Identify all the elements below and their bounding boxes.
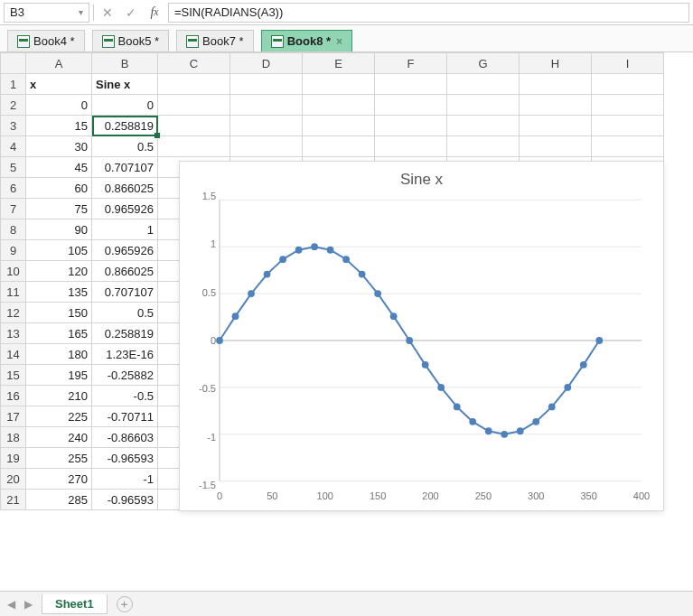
chart[interactable]: Sine x -1.5-1-0.500.511.5050100150200250…: [179, 161, 664, 511]
workbook-tab[interactable]: Book4 *: [7, 30, 85, 51]
cell[interactable]: -0.96593: [92, 448, 158, 469]
cell[interactable]: [158, 136, 230, 157]
row-header[interactable]: 5: [1, 157, 26, 178]
fx-icon[interactable]: fx: [145, 3, 164, 23]
workbook-tab[interactable]: Book8 * ×: [261, 30, 352, 51]
row-header[interactable]: 15: [1, 365, 26, 386]
cell[interactable]: 0.866025: [92, 178, 158, 199]
row-header[interactable]: 8: [1, 219, 26, 240]
cell[interactable]: 210: [26, 386, 92, 406]
column-header[interactable]: I: [592, 53, 664, 74]
cell[interactable]: -0.25882: [92, 365, 158, 386]
cell[interactable]: -0.86603: [92, 427, 158, 448]
cell[interactable]: [303, 116, 375, 136]
cell[interactable]: 255: [26, 448, 92, 469]
row-header[interactable]: 13: [1, 323, 26, 344]
cell[interactable]: [303, 136, 375, 157]
row-header[interactable]: 19: [1, 448, 26, 469]
cell[interactable]: [230, 136, 303, 157]
row-header[interactable]: 17: [1, 406, 26, 427]
column-header[interactable]: C: [158, 53, 230, 74]
cell[interactable]: 60: [26, 178, 92, 199]
cell[interactable]: [158, 116, 230, 136]
cell[interactable]: [592, 95, 664, 116]
row-header[interactable]: 3: [1, 116, 26, 136]
cell[interactable]: 0: [26, 95, 92, 116]
new-sheet-button[interactable]: ＋: [117, 596, 133, 612]
row-header[interactable]: 11: [1, 282, 26, 303]
cell[interactable]: [158, 95, 230, 116]
row-header[interactable]: 9: [1, 240, 26, 261]
row-header[interactable]: 18: [1, 427, 26, 448]
cell[interactable]: [375, 116, 447, 136]
close-icon[interactable]: ×: [336, 35, 342, 48]
cell[interactable]: 165: [26, 323, 92, 344]
cell[interactable]: 45: [26, 157, 92, 178]
cell[interactable]: [520, 74, 592, 95]
cell[interactable]: x: [26, 74, 92, 95]
row-header[interactable]: 7: [1, 199, 26, 219]
cell[interactable]: 0: [92, 95, 158, 116]
cell[interactable]: [447, 95, 520, 116]
sheet-nav-next-icon[interactable]: ▶: [24, 598, 33, 611]
column-header[interactable]: D: [230, 53, 303, 74]
cell[interactable]: [230, 116, 303, 136]
cell[interactable]: 225: [26, 406, 92, 427]
row-header[interactable]: 10: [1, 261, 26, 282]
row-header[interactable]: 21: [1, 490, 26, 510]
cell[interactable]: [375, 136, 447, 157]
cell[interactable]: [592, 74, 664, 95]
row-header[interactable]: 1: [1, 74, 26, 95]
formula-input[interactable]: =SIN(RADIANS(A3)): [168, 3, 689, 23]
row-header[interactable]: 4: [1, 136, 26, 157]
cell[interactable]: 0.5: [92, 136, 158, 157]
cell[interactable]: 75: [26, 199, 92, 219]
cell[interactable]: [520, 95, 592, 116]
cancel-icon[interactable]: ✕: [98, 3, 117, 23]
cell[interactable]: [158, 74, 230, 95]
cell[interactable]: 135: [26, 282, 92, 303]
cell[interactable]: 180: [26, 344, 92, 365]
cell[interactable]: 150: [26, 303, 92, 323]
cell[interactable]: [447, 116, 520, 136]
cell[interactable]: 240: [26, 427, 92, 448]
cell[interactable]: 0.965926: [92, 240, 158, 261]
cell[interactable]: 0.965926: [92, 199, 158, 219]
cell[interactable]: Sine x: [92, 74, 158, 95]
cell[interactable]: -0.5: [92, 386, 158, 406]
cell[interactable]: [230, 74, 303, 95]
cell[interactable]: 1.23E-16: [92, 344, 158, 365]
confirm-icon[interactable]: ✓: [121, 3, 141, 23]
cell[interactable]: 0.866025: [92, 261, 158, 282]
cell[interactable]: 285: [26, 490, 92, 510]
cell[interactable]: [230, 95, 303, 116]
cell[interactable]: 1: [92, 219, 158, 240]
cell[interactable]: [447, 74, 520, 95]
row-header[interactable]: 14: [1, 344, 26, 365]
cell[interactable]: 105: [26, 240, 92, 261]
cell[interactable]: -0.96593: [92, 490, 158, 510]
column-header[interactable]: B: [92, 53, 158, 74]
cell[interactable]: 0.707107: [92, 157, 158, 178]
cell[interactable]: 90: [26, 219, 92, 240]
column-header[interactable]: G: [447, 53, 520, 74]
cell[interactable]: 270: [26, 469, 92, 490]
column-header[interactable]: A: [26, 53, 92, 74]
cell[interactable]: [592, 136, 664, 157]
cell[interactable]: 0.258819: [92, 323, 158, 344]
row-header[interactable]: 20: [1, 469, 26, 490]
workbook-tab[interactable]: Book7 *: [176, 30, 254, 51]
cell[interactable]: [520, 136, 592, 157]
cell[interactable]: [592, 116, 664, 136]
cell[interactable]: 120: [26, 261, 92, 282]
cell[interactable]: [303, 74, 375, 95]
workbook-tab[interactable]: Book5 *: [92, 30, 170, 51]
sheet-tab[interactable]: Sheet1: [42, 594, 108, 614]
row-header[interactable]: 2: [1, 95, 26, 116]
row-header[interactable]: 12: [1, 303, 26, 323]
row-header[interactable]: 6: [1, 178, 26, 199]
cell[interactable]: [375, 95, 447, 116]
column-header[interactable]: H: [520, 53, 592, 74]
cell[interactable]: 0.258819: [92, 116, 158, 136]
cell[interactable]: -1: [92, 469, 158, 490]
